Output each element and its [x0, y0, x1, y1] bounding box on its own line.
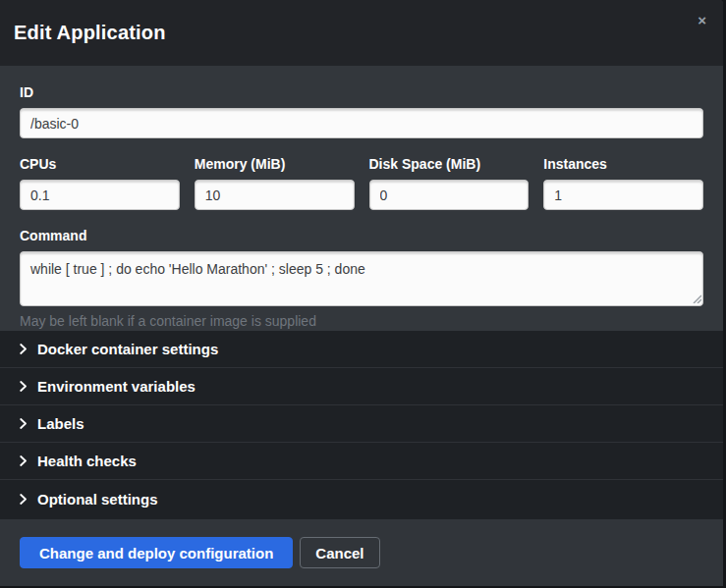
- edit-application-modal: Edit Application × ID CPUs Memory (MiB): [0, 0, 723, 586]
- change-and-deploy-button[interactable]: Change and deploy configuration: [20, 537, 293, 568]
- close-icon[interactable]: ×: [698, 13, 706, 27]
- section-label: Optional settings: [37, 491, 158, 508]
- resource-fields-row: CPUs Memory (MiB) Disk Space (MiB) Insta…: [20, 156, 703, 210]
- resource-input[interactable]: [543, 180, 703, 210]
- modal-header: Edit Application ×: [0, 0, 723, 66]
- chevron-right-icon: [20, 494, 27, 505]
- section-label: Labels: [37, 415, 84, 432]
- id-field-group: ID: [20, 84, 703, 138]
- chevron-right-icon: [20, 455, 27, 466]
- command-textarea-wrap: while [ true ] ; do echo 'Hello Marathon…: [20, 251, 703, 306]
- resource-input[interactable]: [369, 180, 530, 210]
- section-toggle-row[interactable]: Health checks: [0, 443, 723, 480]
- id-input[interactable]: [20, 108, 703, 138]
- section-label: Docker container settings: [37, 341, 218, 357]
- command-textarea[interactable]: while [ true ] ; do echo 'Hello Marathon…: [20, 251, 703, 306]
- edit-application-form: ID CPUs Memory (MiB) Disk Space (MiB): [0, 66, 723, 331]
- chevron-right-icon: [20, 418, 27, 429]
- collapsible-sections: Docker container settings Environment va…: [0, 331, 723, 519]
- section-label: Environment variables: [37, 378, 195, 395]
- resource-field-group: CPUs: [20, 156, 180, 210]
- chevron-right-icon: [20, 381, 27, 392]
- resource-field-label: Instances: [543, 156, 703, 172]
- section-toggle-row[interactable]: Optional settings: [0, 480, 723, 517]
- resource-field-group: Memory (MiB): [195, 156, 355, 210]
- modal-footer: Change and deploy configuration Cancel: [0, 519, 723, 586]
- resource-input[interactable]: [20, 180, 180, 210]
- section-toggle-row[interactable]: Labels: [0, 405, 723, 443]
- chevron-right-icon: [20, 344, 27, 354]
- resource-field-label: CPUs: [20, 156, 180, 172]
- resource-field-group: Instances: [543, 156, 703, 210]
- section-label: Health checks: [37, 453, 137, 469]
- resource-input[interactable]: [195, 180, 355, 210]
- cancel-button[interactable]: Cancel: [300, 537, 379, 568]
- command-field-label: Command: [20, 228, 703, 243]
- resource-field-label: Memory (MiB): [195, 156, 355, 172]
- command-field-group: Command while [ true ] ; do echo 'Hello …: [20, 228, 703, 329]
- command-help-text: May be left blank if a container image i…: [20, 313, 703, 329]
- resource-field-group: Disk Space (MiB): [369, 156, 530, 210]
- section-toggle-row[interactable]: Docker container settings: [0, 331, 723, 368]
- resource-field-label: Disk Space (MiB): [369, 156, 530, 172]
- section-toggle-row[interactable]: Environment variables: [0, 368, 723, 405]
- id-field-label: ID: [20, 84, 703, 100]
- modal-title: Edit Application: [14, 22, 166, 44]
